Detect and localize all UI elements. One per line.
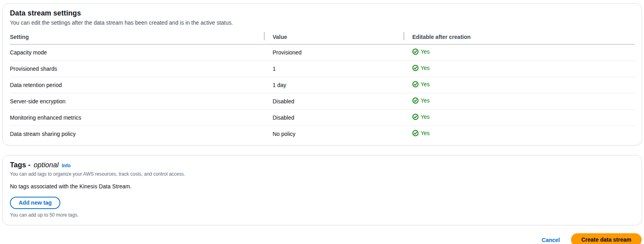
settings-card-title: Data stream settings	[10, 9, 634, 17]
setting-value: No policy	[264, 126, 404, 142]
setting-value: Disabled	[264, 110, 404, 126]
tags-limit-message: You can add up to 50 more tags.	[10, 212, 634, 218]
success-check-icon	[412, 65, 419, 71]
success-check-icon	[412, 97, 419, 104]
success-check-icon	[412, 81, 419, 87]
tags-card: Tags - optional Info You can add tags to…	[2, 155, 642, 225]
editable-status: Yes	[412, 81, 430, 87]
setting-value: 1 day	[264, 77, 404, 93]
table-row: Data stream sharing policy No policy Yes	[10, 126, 634, 142]
form-actions: Cancel Create data stream	[0, 233, 644, 244]
settings-table: Setting Value Editable after creation Ca…	[10, 31, 634, 142]
setting-name: Data stream sharing policy	[10, 126, 264, 142]
table-row: Monitoring enhanced metrics Disabled Yes	[10, 110, 634, 126]
setting-value: Disabled	[264, 93, 404, 110]
setting-name: Capacity mode	[10, 45, 264, 61]
column-header-value: Value	[264, 31, 404, 45]
tags-card-description: You can add tags to organize your AWS re…	[10, 171, 634, 177]
editable-status: Yes	[412, 48, 430, 55]
settings-card-description: You can edit the settings after the data…	[10, 19, 634, 26]
editable-status-label: Yes	[421, 97, 430, 104]
editable-status-label: Yes	[421, 81, 430, 87]
cancel-button[interactable]: Cancel	[542, 237, 560, 243]
tags-card-heading: Tags - optional Info	[10, 161, 634, 169]
setting-name: Provisioned shards	[10, 61, 264, 77]
tags-card-title-optional: optional	[34, 161, 59, 169]
tags-card-title: Tags -	[10, 161, 31, 169]
success-check-icon	[412, 130, 419, 136]
tags-empty-message: No tags associated with the Kinesis Data…	[10, 183, 634, 190]
editable-status-label: Yes	[421, 65, 430, 71]
info-link[interactable]: Info	[62, 163, 71, 168]
column-header-setting: Setting	[10, 31, 264, 45]
column-header-editable: Editable after creation	[404, 31, 634, 45]
table-row: Server-side encryption Disabled Yes	[10, 93, 634, 110]
editable-status: Yes	[412, 130, 430, 136]
setting-value: 1	[264, 61, 404, 77]
table-row: Capacity mode Provisioned Yes	[10, 45, 634, 61]
editable-status: Yes	[412, 65, 430, 71]
editable-status-label: Yes	[421, 130, 430, 136]
editable-status-label: Yes	[421, 48, 430, 55]
create-data-stream-button[interactable]: Create data stream	[571, 233, 642, 244]
add-new-tag-button[interactable]: Add new tag	[10, 197, 60, 209]
success-check-icon	[412, 48, 419, 55]
success-check-icon	[412, 114, 419, 120]
setting-name: Monitoring enhanced metrics	[10, 110, 264, 126]
table-row: Provisioned shards 1 Yes	[10, 61, 634, 77]
editable-status-label: Yes	[421, 114, 430, 120]
setting-name: Server-side encryption	[10, 93, 264, 110]
settings-table-header-row: Setting Value Editable after creation	[10, 31, 634, 45]
table-row: Data retention period 1 day Yes	[10, 77, 634, 93]
data-stream-settings-card: Data stream settings You can edit the se…	[2, 3, 642, 145]
editable-status: Yes	[412, 97, 430, 104]
editable-status: Yes	[412, 114, 430, 120]
setting-value: Provisioned	[264, 45, 404, 61]
setting-name: Data retention period	[10, 77, 264, 93]
